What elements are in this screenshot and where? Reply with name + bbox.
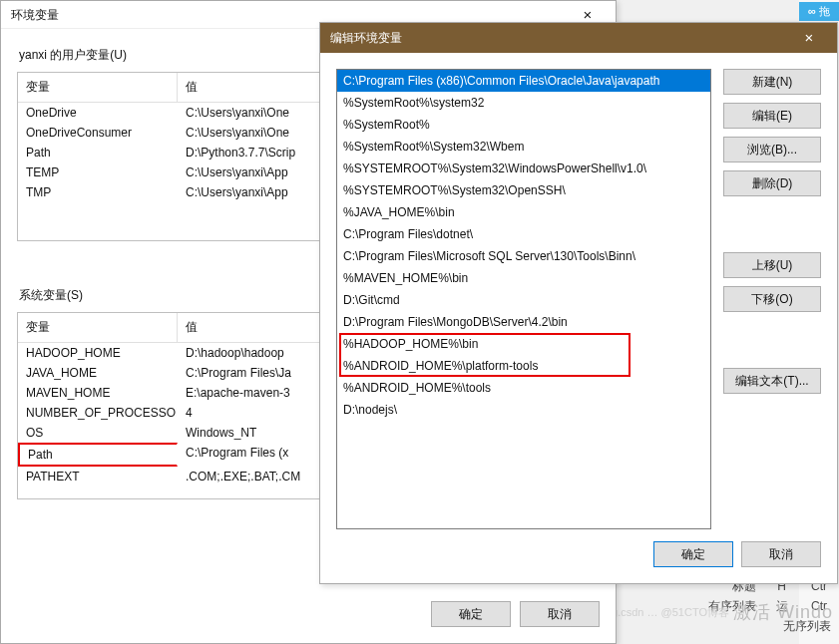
cancel-button[interactable]: 取消 — [741, 541, 821, 567]
cell-var: TEMP — [18, 162, 178, 182]
new-button[interactable]: 新建(N) — [723, 69, 821, 95]
path-item[interactable]: %SystemRoot%\System32\Wbem — [337, 136, 710, 158]
blue-tab: ∞ 拖 — [799, 2, 839, 21]
cell-var: OneDrive — [18, 103, 178, 123]
cancel-button[interactable]: 取消 — [520, 601, 600, 627]
path-item[interactable]: C:\Program Files (x86)\Common Files\Orac… — [337, 70, 710, 92]
cell-var: JAVA_HOME — [18, 363, 178, 383]
ok-button[interactable]: 确定 — [431, 601, 511, 627]
move-down-button[interactable]: 下移(O) — [723, 286, 821, 312]
path-item[interactable]: %JAVA_HOME%\bin — [337, 201, 710, 223]
dialog-title: 编辑环境变量 — [330, 23, 402, 53]
cell-var: OneDriveConsumer — [18, 123, 178, 143]
dialog-title: 环境变量 — [11, 1, 59, 29]
path-item[interactable]: %SystemRoot% — [337, 114, 710, 136]
cell-var: PATHEXT — [18, 467, 178, 486]
cell-var: TMP — [18, 182, 178, 202]
path-item[interactable]: %ANDROID_HOME%\platform-tools — [337, 355, 710, 377]
col-header-var[interactable]: 变量 — [18, 73, 178, 102]
close-icon[interactable]: × — [791, 23, 827, 53]
path-item[interactable]: %ANDROID_HOME%\tools — [337, 377, 710, 399]
side-button-column: 新建(N) 编辑(E) 浏览(B)... 删除(D) 上移(U) 下移(O) 编… — [723, 69, 821, 529]
path-item[interactable]: %SYSTEMROOT%\System32\WindowsPowerShell\… — [337, 158, 710, 179]
cell-var: OS — [18, 423, 178, 443]
edit-button[interactable]: 编辑(E) — [723, 103, 821, 129]
edit-env-var-dialog: 编辑环境变量 × C:\Program Files (x86)\Common F… — [319, 22, 838, 584]
move-up-button[interactable]: 上移(U) — [723, 252, 821, 278]
cell-var: Path — [18, 143, 178, 162]
background-shortcuts: 标题 H Ctr 有序列表 运 Ctr 无序列表 — [708, 576, 831, 636]
ok-button[interactable]: 确定 — [653, 541, 733, 567]
path-item[interactable]: D:\nodejs\ — [337, 399, 710, 421]
path-item[interactable]: D:\Git\cmd — [337, 289, 710, 311]
path-item[interactable]: %MAVEN_HOME%\bin — [337, 267, 710, 289]
dialog-titlebar: 编辑环境变量 × — [320, 23, 837, 53]
path-item[interactable]: %SystemRoot%\system32 — [337, 92, 710, 114]
path-item[interactable]: D:\Program Files\MongoDB\Server\4.2\bin — [337, 311, 710, 333]
path-item[interactable]: %HADOOP_HOME%\bin — [337, 333, 710, 355]
browse-button[interactable]: 浏览(B)... — [723, 137, 821, 162]
cell-var: MAVEN_HOME — [18, 383, 178, 403]
delete-button[interactable]: 删除(D) — [723, 170, 821, 196]
path-values-list[interactable]: C:\Program Files (x86)\Common Files\Orac… — [336, 69, 711, 529]
col-header-var[interactable]: 变量 — [18, 313, 178, 342]
edit-text-button[interactable]: 编辑文本(T)... — [723, 368, 821, 394]
cell-var: NUMBER_OF_PROCESSORS — [18, 403, 178, 423]
path-item[interactable]: C:\Program Files\dotnet\ — [337, 223, 710, 245]
path-item[interactable]: %SYSTEMROOT%\System32\OpenSSH\ — [337, 179, 710, 201]
path-item[interactable]: C:\Program Files\Microsoft SQL Server\13… — [337, 245, 710, 267]
cell-var: HADOOP_HOME — [18, 343, 178, 363]
cell-var: Path — [18, 443, 178, 467]
